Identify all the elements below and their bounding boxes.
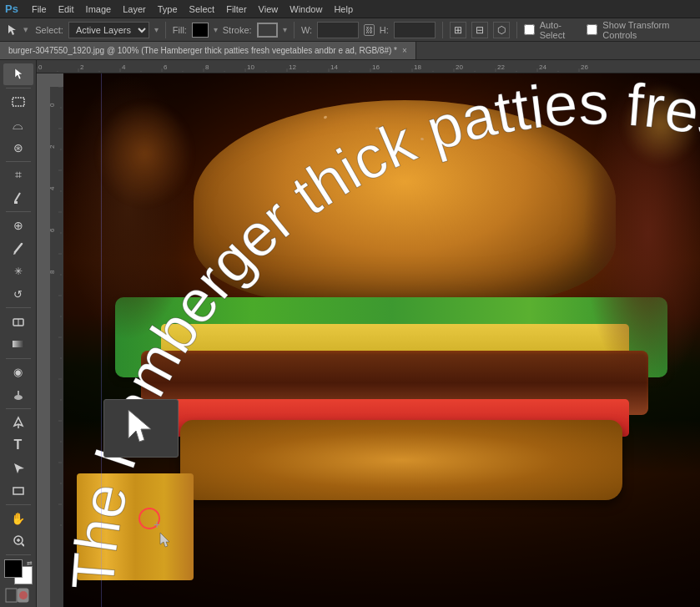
healing-icon: ⊕ [13,219,23,232]
svg-marker-0 [8,25,16,35]
w-label: W: [301,25,312,35]
pen-tool-button[interactable] [3,412,33,433]
main-area: ⌓ ⊛ ⌗ ⊕ ✳ [0,60,700,607]
show-transform-checkbox[interactable] [587,24,597,35]
fill-label: Fill: [173,25,187,35]
history-brush-button[interactable]: ↺ [3,283,33,305]
brush-icon [12,242,25,255]
shape-tool-button[interactable] [3,480,33,502]
lasso-tool-button[interactable]: ⌓ [3,114,33,135]
dodge-button[interactable] [3,384,33,406]
svg-text:6: 6 [164,63,168,71]
quick-select-icon: ⊛ [13,141,23,154]
tool-divider-8 [6,554,31,555]
cursor-circle-indicator [138,508,160,529]
svg-text:16: 16 [372,63,380,71]
zoom-icon [13,535,24,547]
quick-mask-icon [5,588,32,603]
fill-color-box[interactable] [192,23,209,38]
fill-dropdown-arrow[interactable]: ▾ [214,25,218,34]
quick-select-button[interactable]: ⊛ [3,137,33,159]
crop-tool-button[interactable]: ⌗ [3,164,33,186]
dodge-icon [13,389,24,401]
type-tool-button[interactable]: T [3,434,33,456]
width-input[interactable] [317,22,359,38]
svg-text:4: 4 [122,63,126,71]
eraser-button[interactable] [3,311,33,332]
hand-tool-button[interactable]: ✋ [3,508,33,529]
select-label: Select: [35,25,63,35]
menu-type[interactable]: Type [153,3,183,16]
select-dropdown-arrow[interactable]: ▾ [154,25,159,34]
height-input[interactable] [394,22,436,38]
brush-tool-button[interactable] [3,237,33,259]
menu-select[interactable]: Select [184,3,220,16]
svg-rect-4 [14,201,18,204]
tool-divider-6 [6,408,31,409]
marquee-tool-button[interactable] [3,91,33,113]
burger-bun-bottom [180,420,622,500]
stroke-color-box[interactable] [257,23,278,38]
svg-rect-23 [37,60,700,73]
svg-line-5 [15,244,22,252]
tool-divider-2 [6,161,31,162]
svg-marker-1 [15,68,23,79]
tool-cursor-popup [103,399,179,458]
align-left-button[interactable]: ⊞ [450,22,466,38]
align-distribute-button[interactable]: ⊟ [471,22,488,38]
clone-stamp-button[interactable]: ✳ [3,261,33,282]
menu-layer[interactable]: Layer [118,3,151,16]
ruler-left-svg: 0 2 4 6 8 [50,87,63,607]
document-tab[interactable]: burger-3047550_1920.jpg @ 100% (The Hamb… [0,42,416,59]
divider-3 [442,22,443,38]
move-tool-button[interactable] [3,63,33,85]
canvas-content: 0 2 4 6 8 [50,73,700,607]
hand-icon: ✋ [11,512,25,525]
tab-close-button[interactable]: × [402,46,407,55]
app-logo: Ps [5,3,18,15]
tab-bar: burger-3047550_1920.jpg @ 100% (The Hamb… [0,42,700,60]
h-label: H: [380,25,389,35]
svg-text:22: 22 [497,63,505,71]
svg-point-22 [19,591,28,599]
svg-line-17 [22,544,24,546]
menu-help[interactable]: Help [329,3,358,16]
burger-bun-top [194,100,616,303]
menu-window[interactable]: Window [285,3,327,16]
zoom-tool-button[interactable] [3,530,33,552]
svg-line-3 [15,193,20,201]
move-tool-icon-options [5,23,17,37]
menu-edit[interactable]: Edit [53,3,79,16]
show-transform-label: Show Transform Controls [602,20,695,40]
tab-title: burger-3047550_1920.jpg @ 100% (The Hamb… [8,46,397,55]
color-swatches[interactable]: ⇄ [4,559,33,584]
svg-text:20: 20 [456,63,463,71]
tool-divider-1 [6,88,31,89]
select-dropdown[interactable]: Active Layers [68,22,149,38]
chain-link-icon[interactable]: ⛓ [364,24,375,36]
eyedropper-button[interactable] [3,187,33,209]
svg-marker-14 [14,463,24,473]
ruler-top-svg: 0 2 4 6 8 10 12 14 16 18 20 [37,60,700,73]
path-selection-button[interactable] [3,457,33,478]
auto-select-checkbox[interactable] [524,24,535,35]
photoshop-canvas: The Hamberger thick patties fresh vegeta… [63,73,700,607]
healing-brush-button[interactable]: ⊕ [3,215,33,236]
blur-button[interactable]: ◉ [3,362,33,383]
svg-text:2: 2 [80,63,84,71]
gradient-button[interactable] [3,333,33,355]
stroke-dropdown-arrow[interactable]: ▾ [283,25,287,34]
foreground-color[interactable] [4,559,23,578]
auto-select-label: Auto-Select [540,20,582,40]
menu-file[interactable]: File [27,3,52,16]
quick-mask-toggle[interactable] [5,588,32,603]
menu-image[interactable]: Image [81,3,117,16]
lasso-icon: ⌓ [13,118,23,133]
svg-text:0: 0 [38,63,43,71]
svg-text:0: 0 [50,103,56,107]
menu-view[interactable]: View [254,3,284,16]
menu-filter[interactable]: Filter [221,3,251,16]
align-3d-button[interactable]: ⬡ [493,22,510,38]
svg-text:4: 4 [50,186,56,190]
svg-text:14: 14 [330,63,338,71]
